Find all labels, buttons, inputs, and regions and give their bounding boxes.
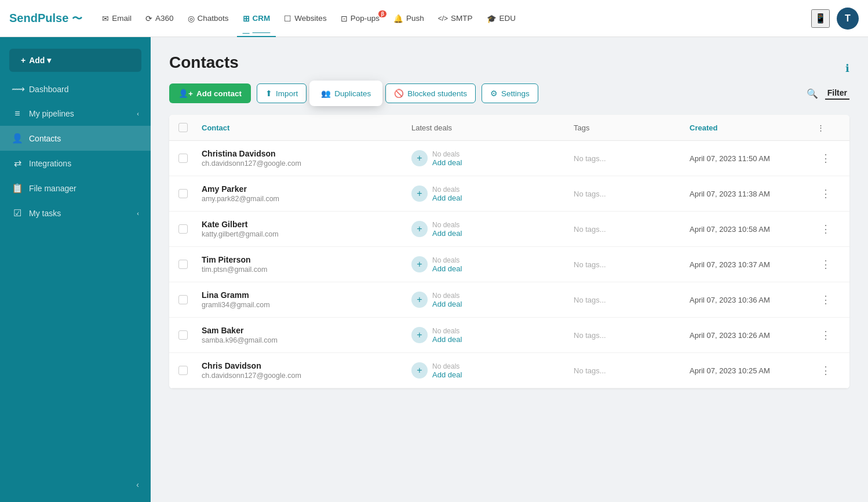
row-checkbox[interactable] xyxy=(178,295,188,304)
tags-cell: No tags... xyxy=(574,296,690,304)
contact-name: Amy Parker xyxy=(202,184,411,194)
contacts-icon: 👤 xyxy=(12,133,23,144)
chatbots-icon: ◎ xyxy=(188,14,195,23)
contact-email: katty.gilbert@gmail.com xyxy=(202,230,411,238)
add-deal-text[interactable]: Add deal xyxy=(432,335,462,344)
sidebar: + Add ▾ ⟿ Dashboard ≡ My pipelines ‹ 👤 C… xyxy=(0,37,151,502)
nav-item-crm[interactable]: ⊞ CRM xyxy=(237,10,276,27)
filter-button[interactable]: Filter xyxy=(825,87,849,100)
no-deals-text: No deals xyxy=(432,221,462,229)
row-checkbox[interactable] xyxy=(178,154,188,163)
no-deals-text: No deals xyxy=(432,256,462,264)
created-date: April 07, 2023 11:50 AM xyxy=(690,154,817,163)
deal-cell: + No deals Add deal xyxy=(411,185,574,202)
contact-email: ch.davidsonn127@google.com xyxy=(202,372,411,380)
add-deal-button[interactable]: + xyxy=(411,362,428,379)
add-deal-text[interactable]: Add deal xyxy=(432,370,462,379)
add-deal-text[interactable]: Add deal xyxy=(432,194,462,202)
nav-item-popups[interactable]: ⊡ Pop-ups β xyxy=(335,10,385,27)
more-options-button[interactable]: ⋮ xyxy=(817,292,834,307)
add-deal-button[interactable]: + xyxy=(411,327,428,343)
sidebar-item-contacts[interactable]: 👤 Contacts xyxy=(0,126,151,151)
deal-cell: + No deals Add deal xyxy=(411,150,574,167)
sidebar-item-filemanager[interactable]: 📋 File manager xyxy=(0,176,151,201)
more-options-button[interactable]: ⋮ xyxy=(817,186,834,201)
column-contact[interactable]: Contact xyxy=(202,123,411,132)
sidebar-item-integrations[interactable]: ⇄ Integrations xyxy=(0,151,151,176)
add-deal-button[interactable]: + xyxy=(411,221,428,237)
contact-cell: Lina Gramm gramli34@gmail.com xyxy=(202,290,411,309)
search-button[interactable]: 🔍 xyxy=(804,86,820,101)
row-actions: ⋮ xyxy=(817,257,840,272)
logo-text: SendPulse xyxy=(9,12,68,25)
import-button[interactable]: ⬆ Import xyxy=(257,83,307,103)
info-button[interactable]: ℹ xyxy=(845,62,849,75)
avatar[interactable]: T xyxy=(837,8,859,30)
more-options-button[interactable]: ⋮ xyxy=(817,257,834,272)
row-checkbox[interactable] xyxy=(178,224,188,234)
table-header: Contact Latest deals Tags Created ⋮ xyxy=(169,115,849,141)
sidebar-item-pipelines[interactable]: ≡ My pipelines ‹ xyxy=(0,101,151,126)
contact-name: Kate Gilbert xyxy=(202,220,411,229)
more-options-button[interactable]: ⋮ xyxy=(817,328,834,343)
crm-icon: ⊞ xyxy=(243,14,250,23)
duplicates-button[interactable]: 👥 Duplicates xyxy=(312,83,380,103)
logo[interactable]: SendPulse 〜 xyxy=(9,12,82,26)
row-checkbox-cell xyxy=(178,295,202,304)
nav-item-edu[interactable]: 🎓 EDU xyxy=(481,10,522,27)
contact-name: Lina Gramm xyxy=(202,290,411,300)
table-row: Chris Davidson ch.davidsonn127@google.co… xyxy=(169,353,849,388)
add-deal-button[interactable]: + xyxy=(411,292,428,308)
add-contact-button[interactable]: 👤+ Add contact xyxy=(169,83,251,103)
deal-cell: + No deals Add deal xyxy=(411,256,574,273)
more-options-button[interactable]: ⋮ xyxy=(817,151,834,166)
deal-cell: + No deals Add deal xyxy=(411,362,574,379)
row-checkbox-cell xyxy=(178,189,202,198)
row-checkbox[interactable] xyxy=(178,330,188,340)
row-checkbox[interactable] xyxy=(178,366,188,375)
more-options-button[interactable]: ⋮ xyxy=(817,221,834,237)
select-all-checkbox[interactable] xyxy=(178,123,188,132)
column-tags: Tags xyxy=(574,123,690,132)
more-options-button[interactable]: ⋮ xyxy=(817,363,834,378)
settings-button[interactable]: ⚙ Settings xyxy=(482,83,538,103)
sidebar-item-dashboard[interactable]: ⟿ Dashboard xyxy=(0,77,151,101)
blocked-students-button[interactable]: 🚫 Blocked students xyxy=(385,83,476,103)
add-button[interactable]: + Add ▾ xyxy=(9,49,141,72)
collapse-sidebar-btn[interactable]: ‹ xyxy=(0,474,151,495)
import-icon: ⬆ xyxy=(265,89,272,98)
nav-right: 📱 T xyxy=(811,8,859,30)
mobile-icon-btn[interactable]: 📱 xyxy=(811,9,830,28)
sidebar-item-mytasks[interactable]: ☑ My tasks ‹ xyxy=(0,201,151,225)
row-checkbox[interactable] xyxy=(178,260,188,269)
add-deal-text[interactable]: Add deal xyxy=(432,300,462,308)
contact-cell: Tim Piterson tim.ptsn@gmail.com xyxy=(202,255,411,274)
page-title: Contacts xyxy=(169,53,239,72)
nav-item-push[interactable]: 🔔 Push xyxy=(388,10,430,27)
add-deal-button[interactable]: + xyxy=(411,256,428,272)
contact-email: samba.k96@gmail.com xyxy=(202,336,411,344)
edu-icon: 🎓 xyxy=(487,14,497,23)
nav-item-chatbots[interactable]: ◎ Chatbots xyxy=(182,10,235,27)
nav-item-a360[interactable]: ⟳ A360 xyxy=(140,10,180,27)
row-checkbox[interactable] xyxy=(178,189,188,198)
add-deal-button[interactable]: + xyxy=(411,185,428,202)
header-checkbox-cell xyxy=(178,123,202,132)
row-actions: ⋮ xyxy=(817,292,840,307)
settings-icon: ⚙ xyxy=(490,89,498,98)
nav-item-email[interactable]: ✉ Email xyxy=(96,10,137,27)
add-deal-text[interactable]: Add deal xyxy=(432,229,462,238)
add-deal-text[interactable]: Add deal xyxy=(432,158,462,167)
row-actions: ⋮ xyxy=(817,328,840,343)
created-date: April 07, 2023 10:58 AM xyxy=(690,225,817,234)
no-deals-text: No deals xyxy=(432,185,462,194)
add-deal-button[interactable]: + xyxy=(411,150,428,166)
column-created[interactable]: Created xyxy=(690,123,817,132)
contact-cell: Amy Parker amy.park82@gmail.com xyxy=(202,184,411,203)
tags-cell: No tags... xyxy=(574,260,690,269)
nav-item-smtp[interactable]: </> SMTP xyxy=(432,10,479,26)
nav-item-websites[interactable]: ☐ Websites xyxy=(278,10,332,27)
logo-wave: 〜 xyxy=(72,12,82,26)
contacts-table: Contact Latest deals Tags Created ⋮ Chri… xyxy=(169,115,849,388)
add-deal-text[interactable]: Add deal xyxy=(432,264,462,273)
